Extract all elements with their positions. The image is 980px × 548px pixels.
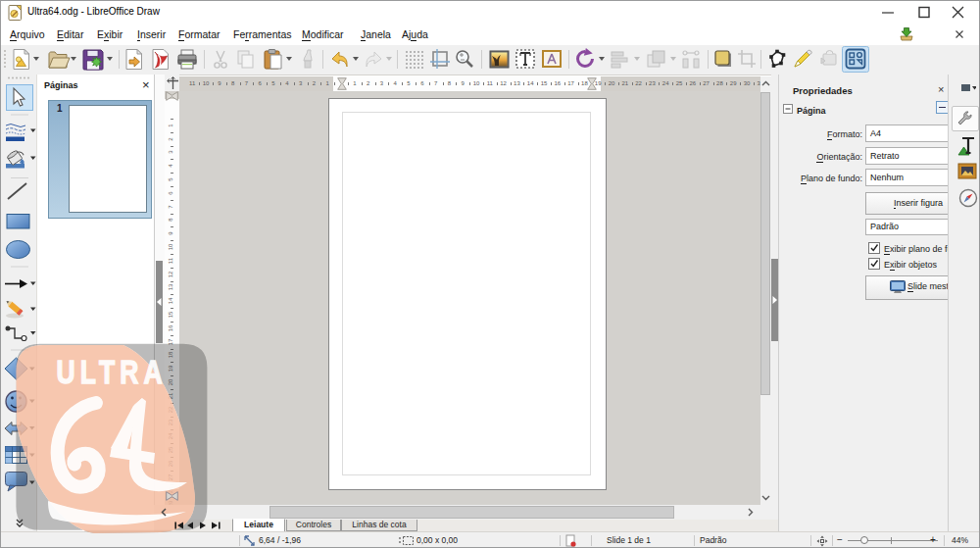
svg-text:ULTRA: ULTRA	[56, 353, 167, 390]
